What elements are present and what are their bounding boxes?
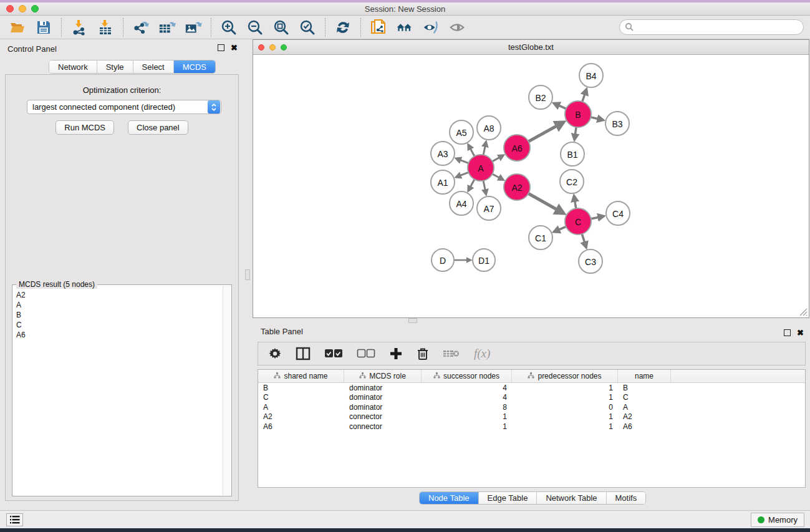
column-header-shared-name[interactable]: shared name (258, 370, 344, 382)
result-item[interactable]: B (16, 310, 228, 320)
result-scrollbar[interactable] (223, 286, 231, 495)
graph-edge-A6-B[interactable] (528, 122, 564, 142)
graph-edge-C-C3[interactable] (582, 233, 586, 247)
graph-edge-C-C1[interactable] (554, 226, 567, 232)
column-header-label: predecessor nodes (538, 372, 601, 380)
zoom-selected-icon[interactable] (299, 19, 316, 36)
network-canvas[interactable]: B4B2BB3A5A8A6A3AB1A1A2C2A4A7CC4C1C3DD1 (253, 55, 809, 317)
tab-node-table[interactable]: Node Table (420, 492, 479, 504)
graph-edge-C-C2[interactable] (574, 196, 576, 210)
table-settings-icon[interactable] (268, 345, 282, 362)
show-all-icon[interactable] (448, 19, 466, 36)
attribute-icon (359, 372, 366, 380)
select-all-columns-icon[interactable] (324, 345, 343, 362)
clone-network-icon[interactable] (370, 19, 387, 36)
task-history-button[interactable] (6, 513, 23, 526)
run-mcds-button[interactable]: Run MCDS (55, 120, 114, 135)
close-network-button[interactable] (258, 44, 264, 51)
table-row[interactable]: A2connector11A2 (258, 412, 805, 422)
hide-selected-icon[interactable] (422, 19, 440, 36)
float-table-panel-button[interactable] (784, 329, 791, 336)
tab-edge-table[interactable]: Edge Table (479, 492, 538, 504)
search-input[interactable] (634, 23, 790, 32)
optimization-criterion-select[interactable]: largest connected component (directed) (27, 100, 221, 114)
graph-edge-B-B1[interactable] (574, 126, 576, 140)
graph-edge-C-C4[interactable] (590, 216, 604, 220)
refresh-icon[interactable] (334, 19, 352, 36)
add-column-icon[interactable] (389, 345, 403, 362)
column-header-successor-nodes[interactable]: successor nodes (422, 370, 512, 382)
open-file-icon[interactable] (9, 19, 26, 36)
result-item[interactable]: A6 (16, 330, 228, 340)
graph-edge-B-B2[interactable] (554, 104, 567, 110)
close-table-panel-icon[interactable]: ✖ (797, 329, 804, 336)
table-row[interactable]: Adominator80A (258, 402, 805, 412)
table-row[interactable]: A6connector11A6 (258, 422, 805, 432)
graph-edge-B-B3[interactable] (589, 117, 603, 120)
import-table-icon[interactable] (97, 19, 114, 36)
mcds-tab-content: Optimization criterion: largest connecte… (5, 74, 239, 501)
save-session-icon[interactable] (35, 19, 52, 36)
network-graph: B4B2BB3A5A8A6A3AB1A1A2C2A4A7CC4C1C3DD1 (253, 55, 809, 317)
import-network-icon[interactable] (70, 19, 88, 36)
graph-node-label: C (575, 217, 581, 227)
column-header-MCDS-role[interactable]: MCDS role (344, 370, 422, 382)
minimize-window-button[interactable] (19, 5, 26, 12)
graph-edge-A-A6[interactable] (491, 155, 503, 162)
delete-table-icon[interactable] (443, 345, 460, 362)
tab-mcds[interactable]: MCDS (174, 60, 215, 73)
table-cell: B (618, 383, 671, 393)
tab-network[interactable]: Network (49, 60, 97, 73)
export-table-icon[interactable] (158, 19, 176, 36)
export-network-icon[interactable] (132, 19, 150, 36)
column-header-predecessor-nodes[interactable]: predecessor nodes (512, 370, 618, 382)
export-image-icon[interactable] (185, 19, 202, 36)
first-neighbors-icon[interactable] (396, 19, 413, 36)
column-header-name[interactable]: name (618, 370, 671, 382)
minimize-network-button[interactable] (269, 44, 276, 51)
tab-network-table[interactable]: Network Table (537, 492, 606, 504)
close-panel-button[interactable]: Close panel (128, 120, 188, 135)
deselect-all-columns-icon[interactable] (357, 345, 375, 362)
graph-edge-A-A4[interactable] (468, 178, 475, 191)
list-icon (10, 516, 20, 524)
search-box[interactable] (619, 19, 804, 35)
split-panel-icon[interactable] (296, 345, 311, 362)
horizontal-splitter-grip[interactable] (408, 318, 417, 323)
graph-edge-A-A8[interactable] (483, 142, 486, 157)
result-item[interactable]: C (16, 320, 228, 330)
function-builder-icon[interactable]: f(x) (474, 345, 490, 362)
attribute-icon (528, 372, 534, 380)
graph-edge-A2-C[interactable] (528, 193, 564, 213)
float-panel-button[interactable] (218, 44, 224, 51)
window-resize-grip[interactable] (799, 308, 808, 316)
result-item[interactable]: A2 (16, 290, 228, 300)
tab-style[interactable]: Style (97, 60, 133, 73)
zoom-network-button[interactable] (281, 44, 287, 51)
graph-edge-A-A7[interactable] (483, 180, 486, 195)
graph-edge-A-A3[interactable] (456, 158, 470, 163)
search-icon (625, 22, 634, 32)
zoom-window-button[interactable] (31, 5, 39, 12)
zoom-in-icon[interactable] (220, 19, 238, 36)
table-cell: connector (344, 412, 422, 422)
delete-columns-icon[interactable] (417, 345, 429, 362)
graph-edge-A-A1[interactable] (456, 172, 470, 177)
vertical-splitter-grip[interactable] (245, 269, 250, 280)
table-row[interactable]: Bdominator41B (258, 383, 805, 393)
window-title: Session: New Session (0, 4, 810, 14)
close-panel-icon[interactable]: ✖ (231, 44, 238, 51)
memory-button[interactable]: Memory (751, 513, 804, 527)
tab-motifs[interactable]: Motifs (607, 492, 646, 504)
graph-node-label: C4 (612, 209, 624, 219)
tab-select[interactable]: Select (133, 60, 174, 73)
graph-edge-A-A5[interactable] (468, 145, 475, 157)
close-window-button[interactable] (6, 5, 14, 12)
zoom-out-icon[interactable] (246, 19, 264, 36)
graph-edge-B-B4[interactable] (582, 89, 586, 103)
zoom-fit-icon[interactable] (272, 19, 290, 36)
result-item[interactable]: A (16, 300, 228, 310)
control-panel-title: Control Panel (7, 44, 57, 54)
table-row[interactable]: Cdominator41C (258, 393, 805, 403)
graph-edge-A-A2[interactable] (491, 173, 503, 180)
